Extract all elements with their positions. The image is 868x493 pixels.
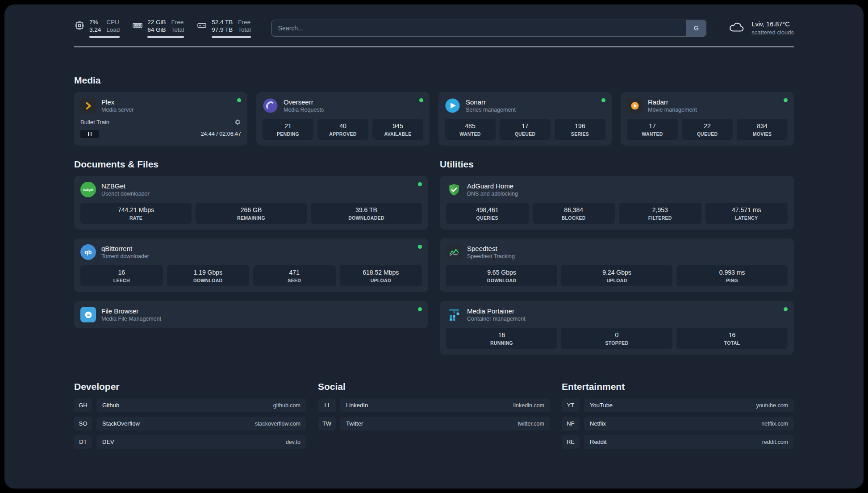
ram-icon — [132, 18, 143, 38]
stat-tile: 1.19 Gbps DOWNLOAD — [167, 265, 250, 286]
service-card-portainer[interactable]: Media Portainer Container management 16 … — [440, 301, 794, 355]
qbittorrent-icon: qb — [80, 244, 96, 260]
service-card-nzbget[interactable]: nzbget NZBGet Usenet downloader 744.21 M… — [74, 176, 428, 230]
memory-total-value: 64 GiB — [147, 26, 166, 33]
bookmark-name: Github — [102, 402, 119, 409]
section-heading: Social — [318, 381, 550, 392]
service-card-radarr[interactable]: Radarr Movie management 17 WANTED 22 QUE… — [621, 92, 794, 146]
service-card-overseerr[interactable]: Overseerr Media Requests 21 PENDING 40 A… — [256, 92, 430, 146]
top-bar: 7% CPU 3.24 Load — [74, 17, 794, 39]
service-card-sonarr[interactable]: Sonarr Series management 485 WANTED 17 Q… — [438, 92, 612, 146]
stat-tile: 618.52 Mbps UPLOAD — [340, 265, 422, 286]
service-name: NZBGet — [101, 182, 150, 190]
bookmark-url: github.com — [273, 402, 300, 409]
stat-tile: 196 SERIES — [555, 119, 605, 140]
speedtest-icon — [446, 244, 462, 260]
section-heading: Developer — [74, 381, 306, 392]
stat-tile: 9.65 Gbps DOWNLOAD — [446, 265, 557, 286]
stat-tile: 471 SEED — [253, 265, 336, 286]
section-heading: Documents & Files — [74, 159, 428, 170]
bookmark-name: Netflix — [590, 420, 606, 427]
service-card-qbittorrent[interactable]: qb qBittorrent Torrent downloader 16 LEE… — [74, 238, 428, 292]
memory-free-value: 22 GiB — [147, 18, 166, 26]
portainer-icon — [446, 307, 462, 322]
pause-button[interactable] — [80, 130, 99, 138]
stat-tile: 9.24 Gbps UPLOAD — [561, 265, 672, 286]
weather-location: Lviv, 16.87°C — [751, 20, 794, 29]
stat-tile: 266 GB REMAINING — [196, 203, 307, 224]
bookmark-github[interactable]: GH Github github.com — [74, 398, 306, 412]
search-provider-button[interactable]: G — [686, 20, 706, 36]
service-card-adguard[interactable]: AdGuard Home DNS and adblocking 498,461 … — [440, 176, 794, 230]
bookmark-abbr: SO — [74, 417, 92, 430]
search-bar: G — [271, 20, 707, 37]
status-dot — [419, 98, 423, 102]
service-card-speedtest[interactable]: Speedtest Speedtest Tracking 9.65 Gbps D… — [440, 238, 794, 292]
service-card-filebrowser[interactable]: File Browser Media File Management — [74, 301, 428, 328]
stat-tile: 86,384 BLOCKED — [533, 203, 615, 224]
bookmark-abbr: NF — [562, 417, 580, 430]
service-subtitle: Media server — [101, 106, 134, 113]
memory-total-label: Total — [171, 26, 184, 33]
service-subtitle: Media File Management — [101, 315, 161, 322]
service-name: Sonarr — [466, 98, 516, 106]
bookmark-url: stackoverflow.com — [255, 421, 300, 427]
memory-free-label: Free — [171, 18, 184, 26]
stat-tile: 945 AVAILABLE — [372, 119, 423, 140]
service-name: Radarr — [648, 98, 697, 106]
stat-tile: 17 WANTED — [627, 119, 678, 140]
section-heading: Entertainment — [562, 381, 794, 392]
gear-icon[interactable] — [234, 119, 241, 125]
stat-tile: 22 QUEUED — [682, 119, 733, 140]
nzbget-icon: nzbget — [80, 182, 96, 197]
service-subtitle: Series management — [466, 106, 516, 113]
bookmark-name: LinkedIn — [346, 402, 368, 409]
bookmark-url: netflix.com — [761, 421, 788, 427]
stat-tile: 16 LEECH — [80, 265, 163, 286]
stat-tile: 17 QUEUED — [500, 119, 551, 140]
section-media: Media Plex Media server — [74, 75, 794, 146]
bookmark-dev[interactable]: DT DEV dev.to — [74, 435, 306, 449]
stat-tile: 21 PENDING — [263, 119, 313, 140]
bookmark-name: Twitter — [346, 420, 363, 427]
bookmark-netflix[interactable]: NF Netflix netflix.com — [562, 417, 794, 430]
weather-condition: scattered clouds — [751, 29, 794, 36]
bookmark-abbr: DT — [74, 435, 92, 449]
service-name: Speedtest — [467, 244, 515, 253]
cpu-chip-icon — [74, 18, 85, 38]
stat-tile: 744.21 Mbps RATE — [80, 203, 192, 224]
cpu-load-value: 3.24 — [89, 26, 101, 33]
cpu-usage-value: 7% — [89, 18, 101, 26]
bookmark-youtube[interactable]: YT YouTube youtube.com — [562, 398, 794, 412]
bookmark-stackoverflow[interactable]: SO StackOverflow stackoverflow.com — [74, 417, 306, 430]
bookmark-abbr: RE — [562, 435, 580, 449]
stat-tile: 16 TOTAL — [676, 328, 788, 349]
bookmark-linkedin[interactable]: LI LinkedIn linkedin.com — [318, 398, 550, 412]
bookmark-reddit[interactable]: RE Reddit reddit.com — [562, 435, 794, 449]
section-heading: Utilities — [440, 159, 794, 170]
disk-free-label: Free — [238, 18, 251, 26]
bookmark-url: reddit.com — [762, 439, 788, 445]
stat-tile: 0 STOPPED — [561, 328, 672, 349]
disk-widget: 52.4 TB Free 97.9 TB Total — [196, 18, 251, 38]
stat-tile: 498,461 QUERIES — [446, 203, 529, 224]
status-dot — [784, 307, 788, 311]
bookmark-url: twitter.com — [517, 421, 544, 427]
service-card-plex[interactable]: Plex Media server Bullet Train 24:44 / 0… — [74, 92, 247, 146]
section-documents: Documents & Files nzbget NZBGet Usenet d… — [74, 159, 428, 328]
service-name: File Browser — [101, 307, 161, 315]
section-heading: Media — [74, 75, 794, 86]
memory-usage-bar — [147, 36, 184, 38]
bookmark-abbr: YT — [562, 398, 580, 412]
service-subtitle: Torrent downloader — [101, 253, 149, 260]
service-name: AdGuard Home — [467, 182, 518, 190]
search-input[interactable] — [271, 20, 707, 37]
service-name: qBittorrent — [101, 244, 149, 253]
cpu-widget: 7% CPU 3.24 Load — [74, 18, 120, 38]
radarr-icon — [627, 98, 643, 113]
filebrowser-icon — [80, 307, 96, 322]
bookmark-twitter[interactable]: TW Twitter twitter.com — [318, 417, 550, 430]
stat-tile: 834 MOVIES — [737, 119, 788, 140]
status-dot — [418, 182, 422, 186]
now-playing-title: Bullet Train — [80, 119, 109, 125]
